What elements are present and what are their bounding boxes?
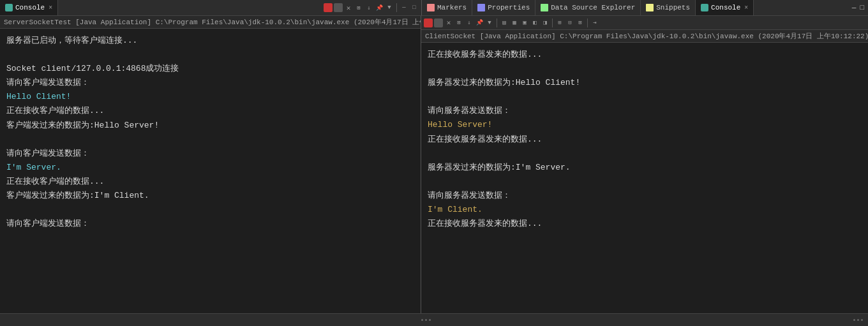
rline-10 <box>428 175 866 189</box>
rline-12: I'm Client. <box>428 203 866 217</box>
rline-2 <box>428 62 866 76</box>
left-console-tab[interactable]: Console × <box>0 0 58 15</box>
left-tab-bar: Console × ✕ ⊠ ⇓ 📌 ▼ — □ <box>0 0 421 16</box>
right-toolbar-row: ✕ ⊠ ⇓ 📌 ▼ ▤ ▦ ▣ ◧ ◨ ⊞ ⊟ ⊠ ⇥ <box>421 16 868 30</box>
rline-7: 正在接收服务器发来的数据... <box>428 133 866 147</box>
rline-6: Hello Server! <box>428 118 866 132</box>
dot-r2 <box>857 319 859 321</box>
console-right-icon <box>701 4 708 11</box>
tab-snippets[interactable]: Snippets <box>641 0 696 15</box>
right-view-menu-icon[interactable]: ▼ <box>485 19 494 27</box>
right-icon-b[interactable]: ▦ <box>510 19 519 27</box>
stop-gray-icon[interactable] <box>334 3 343 12</box>
rline-11: 请向服务器发送数据： <box>428 189 866 203</box>
view-menu-icon[interactable]: ▼ <box>385 3 394 12</box>
right-win-controls: — □ <box>848 0 868 15</box>
line-1: 服务器已启动，等待客户端连接... <box>6 34 414 48</box>
snippets-icon <box>646 4 654 11</box>
line-4: 请向客户端发送数据： <box>6 76 414 90</box>
bottom-dots-left <box>421 319 431 321</box>
left-toolbar: ✕ ⊠ ⇓ 📌 ▼ — □ <box>321 0 421 15</box>
right-separator-1 <box>497 19 497 27</box>
tab-properties-label: Properties <box>488 4 530 11</box>
tab-properties[interactable]: Properties <box>472 0 535 15</box>
stop-red-icon[interactable] <box>324 3 333 12</box>
console-tab-icon <box>5 4 13 11</box>
top-bar: Console × ✕ ⊠ ⇓ 📌 ▼ — □ Marke <box>0 0 868 16</box>
line-12: 客户端发过来的数据为:I'm Client. <box>6 189 414 203</box>
line-3: Socket client/127.0.0.1:4868成功连接 <box>6 62 414 76</box>
left-console-tab-label: Console <box>15 4 45 11</box>
dot-3 <box>429 319 431 321</box>
right-icon-d[interactable]: ◧ <box>530 19 539 27</box>
tab-markers-label: Markers <box>437 4 467 11</box>
datasource-icon <box>541 4 548 11</box>
left-console-header: ServerSocketTest [Java Application] C:\P… <box>0 16 421 29</box>
right-scroll-lock-icon[interactable]: ⇓ <box>465 19 474 27</box>
pin-icon[interactable]: 📌 <box>375 3 384 12</box>
bottom-dots-right <box>853 319 863 321</box>
left-console-tab-close[interactable]: × <box>49 4 52 11</box>
right-icon-c[interactable]: ▣ <box>520 19 529 27</box>
right-stop-gray-icon[interactable] <box>434 19 443 27</box>
right-separator-2 <box>552 19 553 27</box>
scroll-lock-icon[interactable]: ⇓ <box>364 3 373 12</box>
bottom-bar <box>0 313 868 326</box>
right-icon-h[interactable]: ⊠ <box>576 19 585 27</box>
line-6: 正在接收客户端的数据... <box>6 104 414 118</box>
left-console-output: 服务器已启动，等待客户端连接... Socket client/127.0.0.… <box>0 29 421 313</box>
right-remove-icon[interactable]: ✕ <box>444 19 453 27</box>
right-console-header: ClientSocket [Java Application] C:\Progr… <box>421 30 868 43</box>
right-clear-icon[interactable]: ⊠ <box>454 19 463 27</box>
rline-8 <box>428 147 866 161</box>
clear-console-icon[interactable]: ⊠ <box>354 3 363 12</box>
dot-r1 <box>853 319 855 321</box>
dot-r3 <box>861 319 863 321</box>
right-icon-g[interactable]: ⊟ <box>565 19 574 27</box>
separator-1 <box>396 3 397 12</box>
rline-1: 正在接收服务器发来的数据... <box>428 48 866 62</box>
line-2 <box>6 48 414 62</box>
dot-1 <box>421 319 423 321</box>
properties-icon <box>477 4 485 11</box>
rline-3: 服务器发过来的数据为:Hello Client! <box>428 76 866 90</box>
tab-markers[interactable]: Markers <box>422 0 472 15</box>
rline-9: 服务器发过来的数据为:I'm Server. <box>428 161 866 175</box>
win-maximize-icon[interactable]: □ <box>860 4 864 11</box>
right-separator-3 <box>587 19 588 27</box>
line-5: Hello Client! <box>6 90 414 104</box>
tab-console-right[interactable]: Console × <box>696 0 754 15</box>
rline-13: 正在接收服务器发来的数据... <box>428 217 866 231</box>
right-icon-a[interactable]: ▤ <box>500 19 509 27</box>
line-13 <box>6 203 414 217</box>
right-icon-i[interactable]: ⇥ <box>590 19 599 27</box>
tab-snippets-label: Snippets <box>656 4 690 11</box>
app-container: Console × ✕ ⊠ ⇓ 📌 ▼ — □ Marke <box>0 0 868 326</box>
line-14: 请向客户端发送数据： <box>6 217 414 231</box>
minimize-left-icon[interactable]: — <box>400 3 408 12</box>
line-7: 客户端发过来的数据为:Hello Server! <box>6 119 414 133</box>
rline-5: 请向服务器发送数据： <box>428 104 866 118</box>
remove-icon[interactable]: ✕ <box>344 3 353 12</box>
rline-4 <box>428 90 866 104</box>
line-11: 正在接收客户端的数据... <box>6 175 414 189</box>
right-console-output: 正在接收服务器发来的数据... 服务器发过来的数据为:Hello Client!… <box>421 43 868 313</box>
tab-datasource-label: Data Source Explorer <box>551 4 635 11</box>
main-area: ServerSocketTest [Java Application] C:\P… <box>0 16 868 313</box>
win-minimize-icon[interactable]: — <box>852 4 857 11</box>
right-pin-icon[interactable]: 📌 <box>475 19 484 27</box>
maximize-left-icon[interactable]: □ <box>410 3 419 12</box>
right-icon-e[interactable]: ◨ <box>541 19 550 27</box>
tab-console-right-label: Console <box>711 4 740 11</box>
line-10: I'm Server. <box>6 161 414 175</box>
right-top-tabs: Markers Properties Data Source Explorer … <box>421 0 868 16</box>
dot-2 <box>425 319 427 321</box>
tab-console-right-close[interactable]: × <box>744 4 748 11</box>
left-console-panel: ServerSocketTest [Java Application] C:\P… <box>0 16 421 313</box>
tab-datasource[interactable]: Data Source Explorer <box>535 0 641 15</box>
line-9: 请向客户端发送数据： <box>6 147 414 161</box>
markers-icon <box>427 4 435 11</box>
right-console-panel: ✕ ⊠ ⇓ 📌 ▼ ▤ ▦ ▣ ◧ ◨ ⊞ ⊟ ⊠ ⇥ ClientSocket… <box>421 16 868 313</box>
right-stop-red-icon[interactable] <box>424 19 433 27</box>
right-icon-f[interactable]: ⊞ <box>555 19 564 27</box>
